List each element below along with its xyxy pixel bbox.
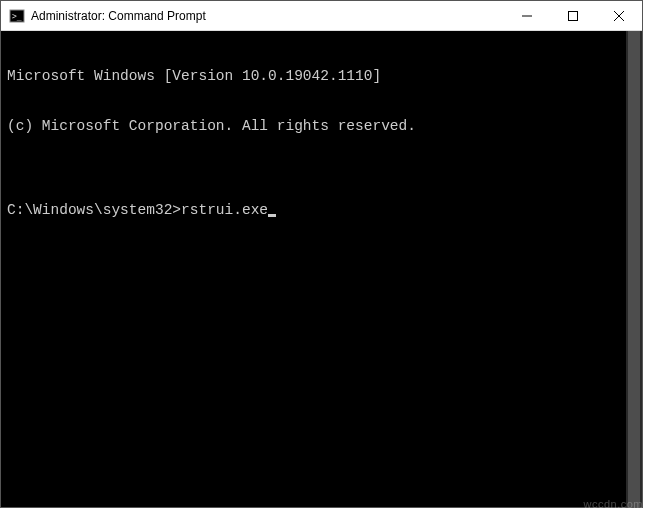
window-controls (504, 1, 642, 30)
cmd-icon: >_ (9, 8, 25, 24)
scrollbar[interactable] (626, 31, 642, 507)
terminal-command: rstrui.exe (181, 202, 268, 219)
maximize-button[interactable] (550, 1, 596, 30)
terminal-line-copyright: (c) Microsoft Corporation. All rights re… (7, 118, 620, 135)
terminal-content: Microsoft Windows [Version 10.0.19042.11… (1, 31, 626, 507)
terminal-line-version: Microsoft Windows [Version 10.0.19042.11… (7, 68, 620, 85)
svg-rect-3 (569, 11, 578, 20)
minimize-icon (522, 11, 532, 21)
terminal-area[interactable]: Microsoft Windows [Version 10.0.19042.11… (1, 31, 642, 507)
close-button[interactable] (596, 1, 642, 30)
cursor-icon (268, 214, 276, 217)
window-title: Administrator: Command Prompt (31, 9, 504, 23)
svg-text:>_: >_ (12, 12, 22, 21)
maximize-icon (568, 11, 578, 21)
watermark: wccdn.com (583, 498, 643, 510)
terminal-prompt: C:\Windows\system32> (7, 202, 181, 219)
terminal-prompt-line: C:\Windows\system32>rstrui.exe (7, 202, 620, 219)
close-icon (614, 11, 624, 21)
scrollbar-thumb[interactable] (628, 31, 640, 507)
titlebar[interactable]: >_ Administrator: Command Prompt (1, 1, 642, 31)
minimize-button[interactable] (504, 1, 550, 30)
command-prompt-window: >_ Administrator: Command Prompt (0, 0, 643, 508)
